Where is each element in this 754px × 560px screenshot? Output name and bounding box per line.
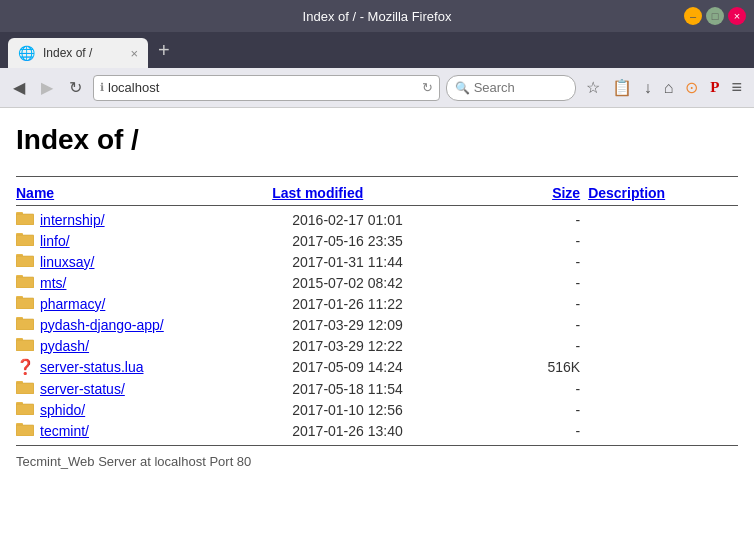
tab-close-button[interactable]: × [130,46,138,61]
back-button[interactable]: ◀ [8,76,30,99]
col-size[interactable]: Size [516,181,588,206]
svg-rect-18 [16,340,34,351]
navbar: ◀ ▶ ↻ ℹ ↻ 🔍 ☆ 📋 ↓ ⌂ ⊙ P ≡ [0,68,754,108]
table-row: mts/2015-07-02 08:42- [16,272,738,293]
row-description [588,335,738,356]
row-name[interactable]: internship/ [40,209,272,230]
address-bar[interactable]: ℹ ↻ [93,75,440,101]
row-modified: 2017-01-26 11:22 [272,293,516,314]
row-size: 516K [516,356,588,378]
row-name[interactable]: linuxsay/ [40,251,272,272]
row-name[interactable]: pharmacy/ [40,293,272,314]
screenshot-icon[interactable]: 📋 [608,76,636,99]
svg-rect-25 [16,402,23,405]
svg-rect-15 [16,319,34,330]
svg-rect-19 [16,338,23,341]
search-icon: 🔍 [455,81,470,95]
window-title: Index of / - Mozilla Firefox [303,9,452,24]
row-name[interactable]: server-status/ [40,378,272,399]
row-size: - [516,335,588,356]
directory-table: Name Last modified Size Description inte… [16,176,738,446]
reload-address-icon: ↻ [422,80,433,95]
svg-rect-0 [16,214,34,225]
svg-rect-16 [16,317,23,320]
row-size: - [516,209,588,230]
row-icon [16,420,40,441]
download-icon[interactable]: ↓ [640,77,656,99]
pinterest-icon[interactable]: P [706,77,723,98]
row-name[interactable]: linfo/ [40,230,272,251]
row-description [588,378,738,399]
row-description [588,356,738,378]
new-tab-button[interactable]: + [154,35,174,66]
row-description [588,230,738,251]
address-input[interactable] [108,80,418,95]
table-row: server-status/2017-05-18 11:54- [16,378,738,399]
row-size: - [516,378,588,399]
row-name[interactable]: tecmint/ [40,420,272,441]
svg-rect-10 [16,275,23,278]
row-description [588,209,738,230]
row-size: - [516,420,588,441]
row-icon [16,335,40,356]
row-modified: 2017-01-10 12:56 [272,399,516,420]
row-modified: 2017-05-09 14:24 [272,356,516,378]
row-name[interactable]: sphido/ [40,399,272,420]
row-name[interactable]: server-status.lua [40,356,272,378]
row-modified: 2015-07-02 08:42 [272,272,516,293]
row-size: - [516,399,588,420]
tab-label: Index of / [43,46,122,60]
forward-button[interactable]: ▶ [36,76,58,99]
row-icon: ❓ [16,356,40,378]
svg-rect-4 [16,233,23,236]
security-icon: ℹ [100,81,104,94]
row-size: - [516,314,588,335]
table-row: internship/2016-02-17 01:01- [16,209,738,230]
row-description [588,314,738,335]
svg-rect-24 [16,404,34,415]
tab-favicon: 🌐 [18,45,35,61]
table-row: linfo/2017-05-16 23:35- [16,230,738,251]
row-modified: 2017-03-29 12:09 [272,314,516,335]
svg-rect-1 [16,212,23,215]
row-icon [16,293,40,314]
row-icon [16,251,40,272]
row-icon [16,399,40,420]
row-description [588,420,738,441]
col-name[interactable]: Name [16,181,272,206]
reload-button[interactable]: ↻ [64,76,87,99]
svg-rect-9 [16,277,34,288]
table-row: pharmacy/2017-01-26 11:22- [16,293,738,314]
row-size: - [516,293,588,314]
home-icon[interactable]: ⌂ [660,77,678,99]
page-content: Index of / Name Last modified Size Descr… [0,108,754,560]
svg-rect-21 [16,383,34,394]
col-description[interactable]: Description [588,181,738,206]
tabbar: 🌐 Index of / × + [0,32,754,68]
row-name[interactable]: mts/ [40,272,272,293]
row-description [588,251,738,272]
menu-icon[interactable]: ≡ [727,75,746,100]
window-controls: – □ × [684,7,746,25]
minimize-button[interactable]: – [684,7,702,25]
col-modified[interactable]: Last modified [272,181,516,206]
row-icon [16,378,40,399]
tab-index[interactable]: 🌐 Index of / × [8,38,148,68]
maximize-button[interactable]: □ [706,7,724,25]
search-input[interactable] [474,80,554,95]
row-icon [16,209,40,230]
table-row: sphido/2017-01-10 12:56- [16,399,738,420]
bookmark-icon[interactable]: ☆ [582,76,604,99]
search-bar[interactable]: 🔍 [446,75,576,101]
row-description [588,399,738,420]
row-size: - [516,272,588,293]
row-size: - [516,230,588,251]
row-name[interactable]: pydash/ [40,335,272,356]
row-description [588,272,738,293]
pocket-icon[interactable]: ⊙ [681,76,702,99]
row-modified: 2017-01-31 11:44 [272,251,516,272]
row-name[interactable]: pydash-django-app/ [40,314,272,335]
row-modified: 2017-03-29 12:22 [272,335,516,356]
page-title: Index of / [16,124,738,156]
close-button[interactable]: × [728,7,746,25]
